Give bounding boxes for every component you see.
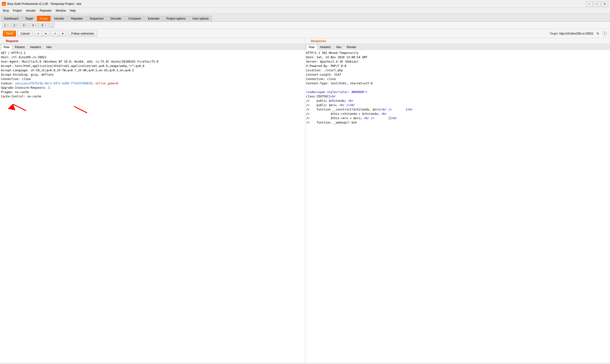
request-panel: Request Raw Params Headers Hex GET / HTT… — [0, 38, 305, 363]
response-tab-hex[interactable]: Hex — [333, 44, 344, 50]
main-area: Request Raw Params Headers Hex GET / HTT… — [0, 38, 610, 364]
request-tab-raw[interactable]: Raw — [1, 44, 12, 50]
response-header: Response — [305, 38, 610, 44]
sub-tab-3[interactable]: 3 ✕ — [21, 23, 29, 28]
help-button[interactable]: ? — [602, 31, 607, 36]
response-panel: Response Raw Headers Hex Render HTTP/1.1… — [305, 38, 610, 363]
prev-dropdown-button[interactable]: ▾ — [42, 31, 50, 37]
close-sub-tab-5[interactable]: ✕ — [44, 24, 46, 26]
send-button[interactable]: Send — [3, 31, 16, 37]
toolbar: Send Cancel < ▾ > ▾ Follow redirection T… — [0, 29, 610, 38]
minimize-button[interactable]: ─ — [586, 1, 593, 7]
tab-project-options[interactable]: Project options — [163, 16, 189, 21]
next-button[interactable]: > — [51, 31, 59, 37]
response-tab-raw[interactable]: Raw — [306, 44, 317, 50]
svg-line-0 — [13, 104, 26, 111]
menu-window[interactable]: Window — [54, 8, 68, 13]
tab-dashboard[interactable]: Dashboard — [1, 16, 22, 21]
tab-extender[interactable]: Extender — [145, 16, 163, 21]
response-tabs: Raw Headers Hex Render — [305, 44, 610, 50]
request-header: Request — [0, 38, 305, 44]
svg-line-1 — [74, 106, 87, 113]
panels: Request Raw Params Headers Hex GET / HTT… — [0, 38, 610, 363]
prev-button-group: < ▾ — [34, 31, 50, 37]
title-bar: 🔥 Burp Suite Professional v2.1.06 - Temp… — [0, 0, 610, 8]
cancel-button[interactable]: Cancel — [17, 31, 33, 37]
window-controls[interactable]: ─ □ ✕ — [586, 1, 608, 7]
tab-repeater[interactable]: Repeater — [68, 16, 86, 21]
tab-comparer[interactable]: Comparer — [125, 16, 144, 21]
close-sub-tab-3[interactable]: ✕ — [26, 24, 27, 26]
sub-tab-1[interactable]: 1 ✕ — [2, 23, 11, 28]
main-tab-bar: Dashboard Target Proxy Intruder Repeater… — [0, 13, 610, 22]
edit-target-button[interactable]: ✎ — [595, 31, 601, 37]
follow-redirect-button[interactable]: Follow redirection — [68, 31, 97, 37]
tab-proxy[interactable]: Proxy — [37, 16, 51, 21]
sub-tab-bar: 1 ✕ 2 ✕ 3 ✕ 4 ✕ 5 ✕ ... — [0, 22, 610, 29]
sub-tab-4[interactable]: 4 ✕ — [30, 23, 39, 28]
sub-tab-2[interactable]: 2 ✕ — [11, 23, 20, 28]
title-bar-left: 🔥 Burp Suite Professional v2.1.06 - Temp… — [2, 2, 81, 6]
tab-decoder[interactable]: Decoder — [108, 16, 125, 21]
tab-user-options[interactable]: User options — [189, 16, 212, 21]
request-tab-params[interactable]: Params — [12, 44, 27, 50]
app-icon: 🔥 — [2, 2, 6, 6]
menu-help[interactable]: Help — [68, 8, 78, 13]
request-content[interactable]: GET / HTTP/1.1 Host: ctf.dino209.cn:2002… — [0, 50, 305, 363]
sub-tab-more[interactable]: ... — [49, 23, 55, 28]
close-sub-tab-2[interactable]: ✕ — [16, 24, 18, 26]
window-title: Burp Suite Professional v2.1.06 - Tempor… — [7, 2, 81, 6]
target-url: http://ctf.dino209.cn:20021 — [559, 32, 594, 35]
prev-button[interactable]: < — [34, 31, 42, 37]
menu-repeater[interactable]: Repeater — [38, 8, 54, 13]
tab-sequencer[interactable]: Sequencer — [87, 16, 107, 21]
menu-bar: Burp Project Intruder Repeater Window He… — [0, 8, 610, 13]
next-button-group: > ▾ — [51, 31, 67, 37]
sub-tab-5[interactable]: 5 ✕ — [40, 23, 48, 28]
request-label: Request — [3, 38, 21, 44]
menu-burp[interactable]: Burp — [1, 8, 11, 13]
bottom-bar: ? < + > 0 matches ? < + > 0 matches — [0, 363, 610, 364]
response-tab-render[interactable]: Render — [344, 44, 359, 50]
tab-intruder[interactable]: Intruder — [51, 16, 67, 21]
next-dropdown-button[interactable]: ▾ — [59, 31, 67, 37]
target-label: Target: http://ctf.dino209.cn:20021 — [550, 32, 594, 35]
request-tab-hex[interactable]: Hex — [44, 44, 54, 50]
maximize-button[interactable]: □ — [594, 1, 600, 7]
response-label: Response — [308, 38, 329, 44]
close-sub-tab-4[interactable]: ✕ — [35, 24, 37, 26]
request-text: GET / HTTP/1.1 Host: ctf.dino209.cn:2002… — [1, 51, 304, 99]
response-text: HTTP/1.1 302 Moved Temporarily Date: Sat… — [306, 51, 609, 125]
tab-target[interactable]: Target — [22, 16, 36, 21]
menu-intruder[interactable]: Intruder — [24, 8, 38, 13]
response-content[interactable]: HTTP/1.1 302 Moved Temporarily Date: Sat… — [305, 50, 610, 363]
response-tab-headers[interactable]: Headers — [317, 44, 333, 50]
request-tabs: Raw Params Headers Hex — [0, 44, 305, 50]
close-sub-tab-1[interactable]: ✕ — [7, 24, 9, 26]
request-tab-headers[interactable]: Headers — [27, 44, 43, 50]
menu-project[interactable]: Project — [11, 8, 24, 13]
close-button[interactable]: ✕ — [601, 1, 608, 7]
